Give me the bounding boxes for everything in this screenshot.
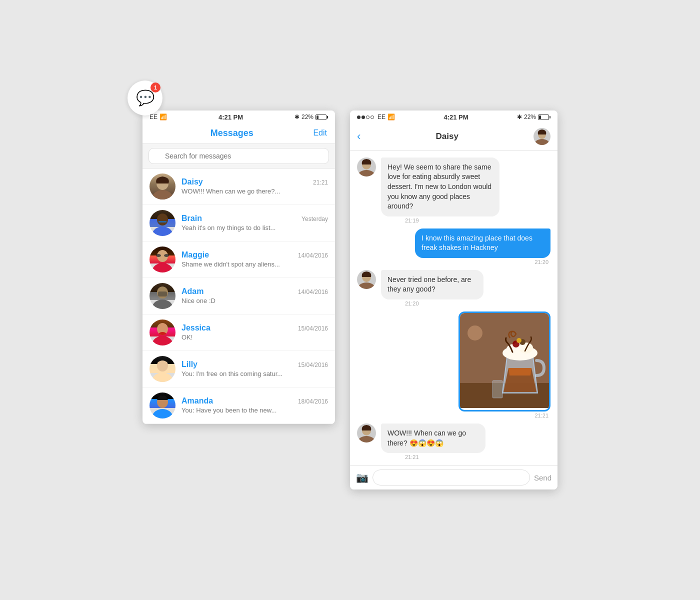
msg-content-maggie: Maggie 14/04/2016 Shame we didn't spot a… <box>182 250 328 268</box>
list-item[interactable]: Daisy 21:21 WOW!!! When can we go there?… <box>142 168 335 205</box>
svg-point-7 <box>156 254 161 257</box>
msg-name-maggie: Maggie <box>182 250 209 260</box>
avatar-brain <box>150 210 176 236</box>
chat-msg-row-outgoing-1: I know this amazing place that does frea… <box>357 228 550 265</box>
badge-count: 1 <box>150 82 160 92</box>
list-item[interactable]: Jessica 15/04/2016 OK! <box>142 314 335 351</box>
right-status-bar: EE 📶 4:21 PM ✱ 22% <box>350 110 558 124</box>
list-item[interactable]: Maggie 14/04/2016 Shame we didn't spot a… <box>142 242 335 278</box>
msg-time-brain: Yesterday <box>302 216 328 222</box>
msg-header-amanda: Amanda 18/04/2016 <box>182 396 328 406</box>
dot4 <box>370 116 374 119</box>
svg-point-2 <box>157 214 168 226</box>
chat-time-outgoing-1: 21:20 <box>534 259 550 265</box>
list-item[interactable]: Adam 14/04/2016 Nice one :D <box>142 278 335 314</box>
msg-header-maggie: Maggie 14/04/2016 <box>182 250 328 260</box>
right-status-left: EE 📶 <box>357 114 395 120</box>
chat-avatar-daisy-1 <box>357 158 376 176</box>
chat-time-incoming-3: 21:21 <box>381 454 530 460</box>
battery-fill-left <box>316 116 318 119</box>
search-wrap: 🔍 <box>148 148 329 164</box>
chat-msg-row-image: 21:21 <box>357 312 550 418</box>
chat-icon: 💬 <box>136 89 154 106</box>
avatar-maggie <box>150 246 176 272</box>
msg-time-maggie: 14/04/2016 <box>298 252 328 259</box>
chat-time-incoming-1: 21:19 <box>381 218 550 224</box>
edit-button[interactable]: Edit <box>313 128 327 138</box>
msg-content-lilly: Lilly 15/04/2016 You: I'm free on this c… <box>182 360 328 378</box>
battery-right <box>538 114 550 120</box>
msg-content-brain: Brain Yesterday Yeah it's on my things t… <box>182 214 328 232</box>
msg-name-jessica: Jessica <box>182 324 210 332</box>
svg-point-20 <box>534 139 550 145</box>
chat-msg-row-incoming-1: Hey! We seem to share the same love for … <box>357 158 550 224</box>
avatar-lilly <box>150 356 176 382</box>
chat-bubble-incoming-1: Hey! We seem to share the same love for … <box>381 158 500 216</box>
chat-nav-bar: ‹ Daisy <box>350 124 558 150</box>
svg-rect-34 <box>492 380 502 398</box>
svg-point-18 <box>152 409 172 418</box>
chat-contact-avatar[interactable] <box>534 128 550 145</box>
message-input[interactable] <box>372 470 530 486</box>
avatar-jessica <box>150 320 176 346</box>
svg-point-10 <box>152 300 172 309</box>
msg-name-amanda: Amanda <box>182 396 213 406</box>
list-item[interactable]: Amanda 18/04/2016 You: Have you been to … <box>142 388 335 424</box>
battery-tip-left <box>327 116 328 118</box>
bluetooth-icon-left: ✱ <box>294 114 300 120</box>
chat-avatar-daisy-3 <box>357 424 376 442</box>
list-item[interactable]: Lilly 15/04/2016 You: I'm free on this c… <box>142 351 335 388</box>
chat-input-bar: 📷 Send <box>350 465 558 490</box>
send-button[interactable]: Send <box>534 474 552 482</box>
svg-point-3 <box>152 226 172 236</box>
wifi-icon-right: 📶 <box>388 114 395 120</box>
search-input[interactable] <box>148 148 329 164</box>
time-right: 4:21 PM <box>444 114 468 121</box>
carrier-right: EE <box>378 114 386 120</box>
svg-point-16 <box>152 372 172 382</box>
dot1 <box>357 116 360 119</box>
msg-preview-adam: Nice one :D <box>182 297 328 304</box>
msg-header-brain: Brain Yesterday <box>182 214 328 223</box>
messages-nav-bar: Messages Edit <box>142 124 335 144</box>
battery-fill-right <box>539 116 541 119</box>
search-bar: 🔍 <box>142 144 335 168</box>
back-button[interactable]: ‹ <box>357 130 360 143</box>
avatar-daisy <box>150 174 176 200</box>
msg-preview-daisy: WOW!!! When can we go there?... <box>182 188 328 195</box>
msg-name-daisy: Daisy <box>182 178 203 186</box>
chat-title: Daisy <box>364 132 530 142</box>
avatar-amanda <box>150 392 176 418</box>
msg-header-jessica: Jessica 15/04/2016 <box>182 324 328 332</box>
msg-preview-jessica: OK! <box>182 334 328 341</box>
time-left: 4:21 PM <box>218 114 243 121</box>
camera-button[interactable]: 📷 <box>356 472 368 484</box>
messages-list-phone: EE 📶 4:21 PM ✱ 22% Messages Edit <box>142 110 335 424</box>
dot3 <box>366 116 370 119</box>
svg-point-14 <box>159 332 166 335</box>
left-status-right: ✱ 22% <box>294 114 328 120</box>
svg-point-39 <box>358 436 376 442</box>
battery-body-right <box>538 114 549 120</box>
notification-badge[interactable]: 💬 1 <box>128 80 162 116</box>
msg-name-brain: Brain <box>182 214 202 223</box>
battery-body-left <box>316 114 326 120</box>
battery-pct-left: 22% <box>302 114 314 120</box>
battery-pct-right: 22% <box>524 114 536 120</box>
chat-body: Hey! We seem to share the same love for … <box>350 150 558 460</box>
list-item[interactable]: Brain Yesterday Yeah it's on my things t… <box>142 205 335 242</box>
msg-time-adam: 14/04/2016 <box>298 288 328 296</box>
msg-content-daisy: Daisy 21:21 WOW!!! When can we go there?… <box>182 178 328 195</box>
svg-point-8 <box>164 254 169 257</box>
messages-title: Messages <box>150 128 313 138</box>
freak-shake-image[interactable] <box>458 312 551 412</box>
msg-preview-maggie: Shame we didn't spot any aliens... <box>182 260 328 268</box>
svg-point-22 <box>358 170 376 176</box>
msg-header-adam: Adam 14/04/2016 <box>182 287 328 296</box>
svg-point-1 <box>152 190 172 200</box>
msg-content-adam: Adam 14/04/2016 Nice one :D <box>182 287 328 304</box>
svg-rect-4 <box>158 221 166 222</box>
chat-msg-row-incoming-3: WOW!!! When can we go there? 😍😱😍😱 21:21 <box>357 424 550 460</box>
svg-rect-11 <box>158 292 167 296</box>
signal-dots <box>357 116 374 119</box>
